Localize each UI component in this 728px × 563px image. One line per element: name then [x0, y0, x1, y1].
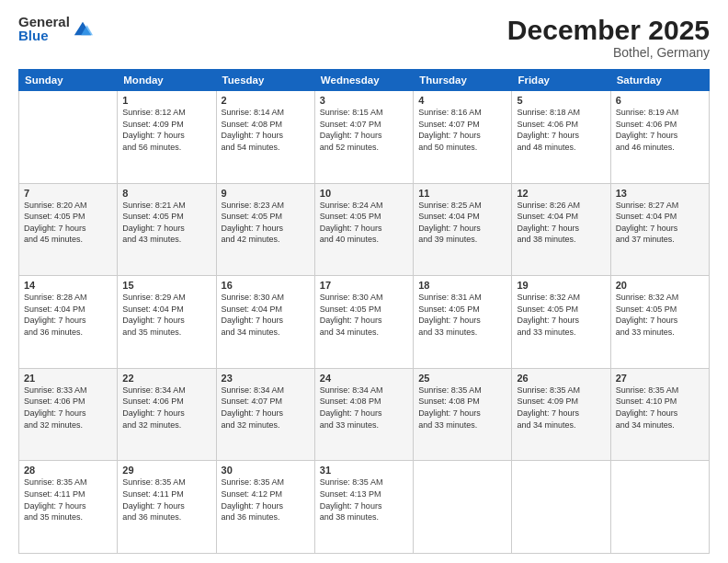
- calendar-cell: 1Sunrise: 8:12 AM Sunset: 4:09 PM Daylig…: [118, 91, 216, 184]
- day-number: 21: [24, 373, 112, 384]
- calendar-cell: [19, 91, 118, 184]
- calendar-cell: 3Sunrise: 8:15 AM Sunset: 4:07 PM Daylig…: [314, 91, 413, 184]
- day-number: 26: [517, 373, 605, 384]
- calendar-cell: 21Sunrise: 8:33 AM Sunset: 4:06 PM Dayli…: [19, 368, 118, 461]
- day-number: 16: [222, 280, 310, 291]
- calendar-week-row: 7Sunrise: 8:20 AM Sunset: 4:05 PM Daylig…: [19, 183, 710, 276]
- calendar-week-row: 1Sunrise: 8:12 AM Sunset: 4:09 PM Daylig…: [19, 91, 710, 184]
- day-number: 6: [616, 95, 704, 106]
- calendar-cell: 14Sunrise: 8:28 AM Sunset: 4:04 PM Dayli…: [19, 276, 118, 369]
- calendar-cell: 16Sunrise: 8:30 AM Sunset: 4:04 PM Dayli…: [216, 276, 314, 369]
- day-number: 11: [418, 188, 506, 199]
- weekday-header: Saturday: [610, 70, 709, 91]
- weekday-header: Tuesday: [216, 70, 314, 91]
- calendar-week-row: 14Sunrise: 8:28 AM Sunset: 4:04 PM Dayli…: [19, 276, 710, 369]
- day-info: Sunrise: 8:35 AM Sunset: 4:11 PM Dayligh…: [24, 477, 112, 523]
- calendar-cell: 8Sunrise: 8:21 AM Sunset: 4:05 PM Daylig…: [118, 183, 216, 276]
- day-info: Sunrise: 8:35 AM Sunset: 4:12 PM Dayligh…: [222, 477, 310, 523]
- day-number: 1: [122, 95, 210, 106]
- day-info: Sunrise: 8:16 AM Sunset: 4:07 PM Dayligh…: [418, 107, 506, 153]
- day-info: Sunrise: 8:30 AM Sunset: 4:05 PM Dayligh…: [320, 292, 408, 338]
- day-number: 18: [418, 280, 506, 291]
- calendar-week-row: 28Sunrise: 8:35 AM Sunset: 4:11 PM Dayli…: [19, 461, 710, 554]
- day-info: Sunrise: 8:34 AM Sunset: 4:08 PM Dayligh…: [320, 385, 408, 431]
- calendar-cell: 4Sunrise: 8:16 AM Sunset: 4:07 PM Daylig…: [414, 91, 512, 184]
- day-info: Sunrise: 8:30 AM Sunset: 4:04 PM Dayligh…: [222, 292, 310, 338]
- calendar-cell: 29Sunrise: 8:35 AM Sunset: 4:11 PM Dayli…: [118, 461, 216, 554]
- day-info: Sunrise: 8:28 AM Sunset: 4:04 PM Dayligh…: [24, 292, 112, 338]
- calendar-cell: 15Sunrise: 8:29 AM Sunset: 4:04 PM Dayli…: [118, 276, 216, 369]
- day-number: 5: [517, 95, 605, 106]
- header: General Blue December 2025 Bothel, Germa…: [18, 15, 710, 60]
- calendar-cell: 24Sunrise: 8:34 AM Sunset: 4:08 PM Dayli…: [314, 368, 413, 461]
- day-info: Sunrise: 8:15 AM Sunset: 4:07 PM Dayligh…: [320, 107, 408, 153]
- calendar-cell: 13Sunrise: 8:27 AM Sunset: 4:04 PM Dayli…: [610, 183, 709, 276]
- calendar-cell: 19Sunrise: 8:32 AM Sunset: 4:05 PM Dayli…: [512, 276, 610, 369]
- day-number: 10: [320, 188, 408, 199]
- day-info: Sunrise: 8:12 AM Sunset: 4:09 PM Dayligh…: [122, 107, 210, 153]
- calendar-cell: 7Sunrise: 8:20 AM Sunset: 4:05 PM Daylig…: [19, 183, 118, 276]
- calendar-cell: 27Sunrise: 8:35 AM Sunset: 4:10 PM Dayli…: [610, 368, 709, 461]
- weekday-header: Thursday: [414, 70, 512, 91]
- day-number: 14: [24, 280, 112, 291]
- day-number: 17: [320, 280, 408, 291]
- day-info: Sunrise: 8:19 AM Sunset: 4:06 PM Dayligh…: [616, 107, 704, 153]
- calendar-cell: 12Sunrise: 8:26 AM Sunset: 4:04 PM Dayli…: [512, 183, 610, 276]
- day-info: Sunrise: 8:35 AM Sunset: 4:09 PM Dayligh…: [517, 385, 605, 431]
- day-number: 12: [517, 188, 605, 199]
- day-info: Sunrise: 8:35 AM Sunset: 4:13 PM Dayligh…: [320, 477, 408, 523]
- calendar-cell: 10Sunrise: 8:24 AM Sunset: 4:05 PM Dayli…: [314, 183, 413, 276]
- weekday-header: Wednesday: [314, 70, 413, 91]
- calendar-cell: 6Sunrise: 8:19 AM Sunset: 4:06 PM Daylig…: [610, 91, 709, 184]
- page: General Blue December 2025 Bothel, Germa…: [0, 0, 728, 563]
- day-info: Sunrise: 8:29 AM Sunset: 4:04 PM Dayligh…: [122, 292, 210, 338]
- day-info: Sunrise: 8:34 AM Sunset: 4:07 PM Dayligh…: [222, 385, 310, 431]
- calendar-cell: 18Sunrise: 8:31 AM Sunset: 4:05 PM Dayli…: [414, 276, 512, 369]
- day-number: 24: [320, 373, 408, 384]
- weekday-header: Sunday: [19, 70, 118, 91]
- day-info: Sunrise: 8:20 AM Sunset: 4:05 PM Dayligh…: [24, 200, 112, 246]
- day-number: 31: [320, 465, 408, 476]
- calendar-cell: 17Sunrise: 8:30 AM Sunset: 4:05 PM Dayli…: [314, 276, 413, 369]
- day-info: Sunrise: 8:34 AM Sunset: 4:06 PM Dayligh…: [122, 385, 210, 431]
- logo-general: General: [18, 15, 70, 29]
- calendar-cell: 2Sunrise: 8:14 AM Sunset: 4:08 PM Daylig…: [216, 91, 314, 184]
- day-number: 2: [222, 95, 310, 106]
- day-info: Sunrise: 8:24 AM Sunset: 4:05 PM Dayligh…: [320, 200, 408, 246]
- calendar-cell: 25Sunrise: 8:35 AM Sunset: 4:08 PM Dayli…: [414, 368, 512, 461]
- day-number: 8: [122, 188, 210, 199]
- month-year: December 2025: [507, 15, 710, 45]
- calendar-cell: 20Sunrise: 8:32 AM Sunset: 4:05 PM Dayli…: [610, 276, 709, 369]
- calendar-cell: 11Sunrise: 8:25 AM Sunset: 4:04 PM Dayli…: [414, 183, 512, 276]
- day-number: 30: [222, 465, 310, 476]
- logo-icon: [73, 18, 93, 39]
- day-info: Sunrise: 8:32 AM Sunset: 4:05 PM Dayligh…: [616, 292, 704, 338]
- day-number: 4: [418, 95, 506, 106]
- day-info: Sunrise: 8:35 AM Sunset: 4:11 PM Dayligh…: [122, 477, 210, 523]
- day-number: 19: [517, 280, 605, 291]
- day-number: 15: [122, 280, 210, 291]
- weekday-header: Friday: [512, 70, 610, 91]
- day-number: 28: [24, 465, 112, 476]
- day-number: 27: [616, 373, 704, 384]
- calendar-cell: 31Sunrise: 8:35 AM Sunset: 4:13 PM Dayli…: [314, 461, 413, 554]
- calendar-cell: 23Sunrise: 8:34 AM Sunset: 4:07 PM Dayli…: [216, 368, 314, 461]
- day-info: Sunrise: 8:31 AM Sunset: 4:05 PM Dayligh…: [418, 292, 506, 338]
- day-number: 22: [122, 373, 210, 384]
- day-info: Sunrise: 8:21 AM Sunset: 4:05 PM Dayligh…: [122, 200, 210, 246]
- day-info: Sunrise: 8:23 AM Sunset: 4:05 PM Dayligh…: [222, 200, 310, 246]
- calendar-cell: [512, 461, 610, 554]
- day-number: 3: [320, 95, 408, 106]
- day-info: Sunrise: 8:18 AM Sunset: 4:06 PM Dayligh…: [517, 107, 605, 153]
- calendar-cell: [414, 461, 512, 554]
- day-number: 20: [616, 280, 704, 291]
- day-number: 29: [122, 465, 210, 476]
- day-info: Sunrise: 8:27 AM Sunset: 4:04 PM Dayligh…: [616, 200, 704, 246]
- day-info: Sunrise: 8:35 AM Sunset: 4:10 PM Dayligh…: [616, 385, 704, 431]
- calendar-cell: 26Sunrise: 8:35 AM Sunset: 4:09 PM Dayli…: [512, 368, 610, 461]
- calendar-cell: 28Sunrise: 8:35 AM Sunset: 4:11 PM Dayli…: [19, 461, 118, 554]
- calendar-cell: 5Sunrise: 8:18 AM Sunset: 4:06 PM Daylig…: [512, 91, 610, 184]
- day-info: Sunrise: 8:14 AM Sunset: 4:08 PM Dayligh…: [222, 107, 310, 153]
- location: Bothel, Germany: [507, 45, 710, 60]
- title-block: December 2025 Bothel, Germany: [507, 15, 710, 60]
